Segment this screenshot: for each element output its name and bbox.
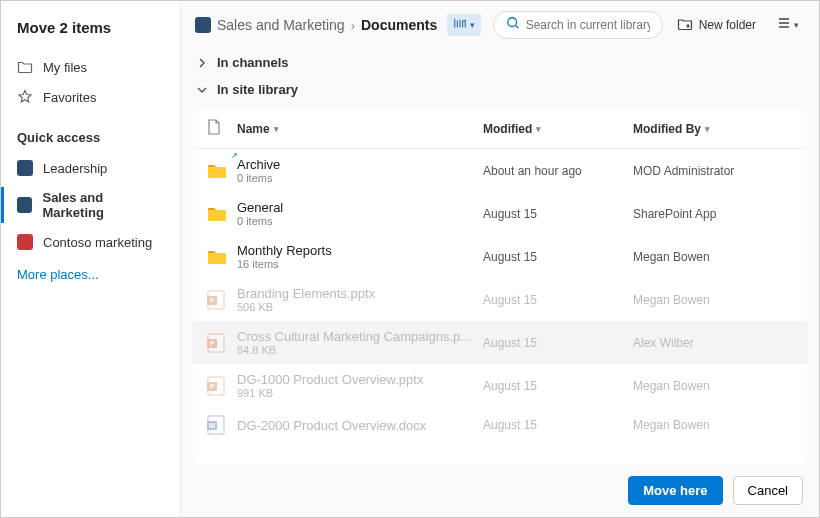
svg-text:P: P [210, 340, 215, 347]
row-modified-by: Alex Wilber [633, 336, 793, 350]
section-label: In site library [217, 82, 298, 97]
row-modified: August 15 [483, 293, 633, 307]
row-name: DG-1000 Product Overview.pptx [237, 372, 483, 387]
row-modified: August 15 [483, 336, 633, 350]
folder-icon [207, 163, 237, 179]
more-places-link[interactable]: More places... [1, 257, 180, 292]
table-row: PBranding Elements.pptx506 KBAugust 15Me… [193, 278, 807, 321]
pptx-icon: P [207, 290, 237, 310]
row-modified-by: MOD Administrator [633, 164, 793, 178]
chevron-down-icon: ▾ [536, 124, 541, 134]
search-input-wrap[interactable] [493, 11, 663, 39]
nav-label: My files [43, 60, 87, 75]
cancel-button[interactable]: Cancel [733, 476, 803, 505]
table-row: WDG-2000 Product Overview.docxAugust 15M… [193, 407, 807, 443]
row-name: General [237, 200, 483, 215]
chevron-right-icon [195, 56, 209, 70]
section-label: In channels [217, 55, 289, 70]
svg-point-0 [507, 18, 516, 27]
docx-icon: W [207, 415, 237, 435]
breadcrumb-parent[interactable]: Sales and Marketing [217, 17, 345, 33]
column-type-icon [207, 119, 237, 138]
row-modified: August 15 [483, 418, 633, 432]
row-subtext: 0 items [237, 172, 483, 184]
row-modified-by: Megan Bowen [633, 250, 793, 264]
list-view-icon [776, 15, 792, 35]
search-input[interactable] [526, 18, 650, 32]
library-picker[interactable]: ▾ [447, 14, 481, 36]
nav-favorites[interactable]: Favorites [1, 82, 180, 112]
chevron-down-icon: ▾ [274, 124, 279, 134]
row-modified: August 15 [483, 250, 633, 264]
row-name: Monthly Reports [237, 243, 483, 258]
chevron-down-icon: ▾ [470, 20, 475, 30]
search-icon [506, 16, 520, 34]
folder-icon [17, 59, 33, 75]
row-modified: About an hour ago [483, 164, 633, 178]
row-subtext: 84.8 KB [237, 344, 483, 356]
svg-text:W: W [209, 422, 216, 429]
move-here-button[interactable]: Move here [628, 476, 722, 505]
dialog-title: Move 2 items [1, 19, 180, 52]
site-badge-icon [17, 160, 33, 176]
pptx-icon: P [207, 376, 237, 396]
folder-icon [207, 249, 237, 265]
row-modified-by: SharePoint App [633, 207, 793, 221]
column-header-modified[interactable]: Modified▾ [483, 122, 633, 136]
quick-access-heading: Quick access [1, 112, 180, 153]
table-row[interactable]: General0 itemsAugust 15SharePoint App [193, 192, 807, 235]
site-badge-icon [195, 17, 211, 33]
sidebar-item-label: Sales and Marketing [42, 190, 164, 220]
row-modified-by: Megan Bowen [633, 418, 793, 432]
breadcrumb-current: Documents [361, 17, 437, 33]
row-subtext: 506 KB [237, 301, 483, 313]
section-library[interactable]: In site library [181, 76, 819, 103]
svg-text:P: P [210, 383, 215, 390]
sidebar-item-label: Contoso marketing [43, 235, 152, 250]
row-modified: August 15 [483, 379, 633, 393]
sidebar-item-label: Leadership [43, 161, 107, 176]
sidebar-item-contoso[interactable]: Contoso marketing [1, 227, 180, 257]
new-folder-icon [677, 16, 693, 35]
site-badge-icon [17, 197, 32, 213]
chevron-down-icon [195, 83, 209, 97]
table-row: PCross Cultural Marketing Campaigns.p...… [193, 321, 807, 364]
table-row: PDG-1000 Product Overview.pptx991 KBAugu… [193, 364, 807, 407]
new-folder-label: New folder [699, 18, 756, 32]
column-header-name[interactable]: Name▾ [237, 122, 483, 136]
view-options-button[interactable]: ▾ [770, 11, 805, 39]
row-name: Cross Cultural Marketing Campaigns.p... [237, 329, 483, 344]
row-subtext: 991 KB [237, 387, 483, 399]
star-icon [17, 89, 33, 105]
chevron-down-icon: ▾ [794, 20, 799, 30]
pptx-icon: P [207, 333, 237, 353]
section-channels[interactable]: In channels [181, 49, 819, 76]
table-row[interactable]: ↗Archive0 itemsAbout an hour agoMOD Admi… [193, 149, 807, 192]
library-icon [453, 16, 467, 34]
row-modified: August 15 [483, 207, 633, 221]
row-modified-by: Megan Bowen [633, 293, 793, 307]
new-folder-button[interactable]: New folder [669, 12, 764, 39]
row-name: Branding Elements.pptx [237, 286, 483, 301]
site-badge-icon [17, 234, 33, 250]
row-modified-by: Megan Bowen [633, 379, 793, 393]
breadcrumb-separator: › [351, 18, 355, 33]
row-name: DG-2000 Product Overview.docx [237, 418, 483, 433]
nav-my-files[interactable]: My files [1, 52, 180, 82]
sidebar-item-sales-marketing[interactable]: Sales and Marketing [1, 183, 180, 227]
row-subtext: 16 items [237, 258, 483, 270]
column-header-modified-by[interactable]: Modified By▾ [633, 122, 793, 136]
row-name: ↗Archive [237, 157, 483, 172]
sidebar-item-leadership[interactable]: Leadership [1, 153, 180, 183]
shortcut-icon: ↗ [231, 151, 238, 160]
table-row[interactable]: Monthly Reports16 itemsAugust 15Megan Bo… [193, 235, 807, 278]
chevron-down-icon: ▾ [705, 124, 710, 134]
row-subtext: 0 items [237, 215, 483, 227]
nav-label: Favorites [43, 90, 96, 105]
folder-icon [207, 206, 237, 222]
svg-text:P: P [210, 297, 215, 304]
